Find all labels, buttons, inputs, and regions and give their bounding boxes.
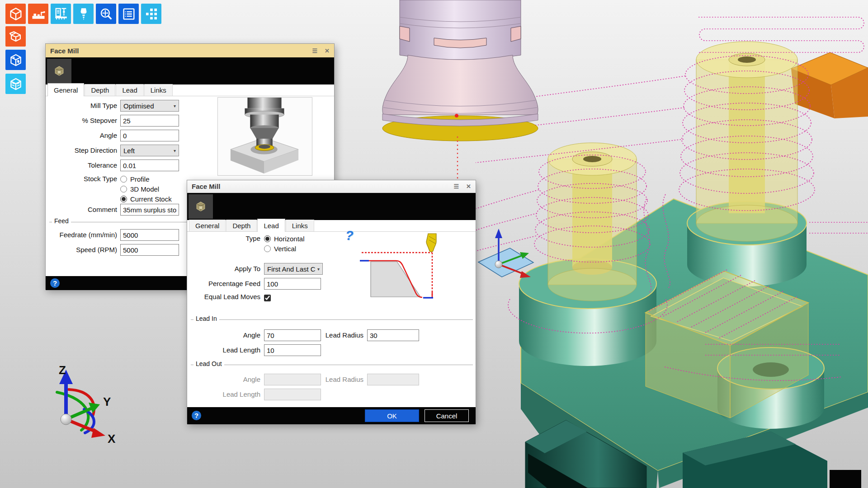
application-window: Z Y X bbox=[0, 0, 868, 488]
dialog-title: Face Mill bbox=[50, 47, 79, 55]
ok-button[interactable]: OK bbox=[365, 409, 419, 422]
stepover-label: % Stepover bbox=[49, 115, 117, 127]
speed-input[interactable] bbox=[120, 244, 179, 256]
tab-divider bbox=[46, 96, 334, 96]
tab-links[interactable]: Links bbox=[144, 84, 173, 96]
step-direction-dropdown[interactable]: Left ▾ bbox=[120, 145, 179, 156]
tool-reference-dot bbox=[455, 114, 458, 117]
tab-lead[interactable]: Lead bbox=[257, 219, 285, 232]
angle-input[interactable] bbox=[120, 130, 179, 141]
stock-3dmodel-radio[interactable]: 3D Model bbox=[120, 184, 159, 193]
stock-profile-radio[interactable]: Profile bbox=[120, 174, 150, 183]
lead-out-radius-label: Lead Radius bbox=[318, 374, 363, 385]
rollup-pin-icon[interactable]: ☰ bbox=[453, 183, 459, 189]
dialog-tab-bar: General Depth Lead Links bbox=[47, 84, 173, 96]
stepover-input[interactable] bbox=[120, 115, 179, 127]
tool-holder-icon[interactable] bbox=[73, 4, 94, 24]
comment-label: Comment bbox=[49, 204, 117, 216]
lead-in-angle-input[interactable] bbox=[264, 329, 321, 341]
dialog-toolstrip bbox=[187, 193, 476, 220]
mill-type-label: Mill Type bbox=[49, 100, 117, 112]
dialog-title: Face Mill bbox=[192, 183, 220, 190]
tolerance-label: Tolerance bbox=[49, 160, 117, 171]
mill-type-dropdown[interactable]: Optimised ▾ bbox=[120, 100, 179, 112]
face-mill-dialog-lead[interactable]: Face Mill ☰ ✕ General Depth Lead Links T… bbox=[187, 180, 476, 424]
stock-box-icon[interactable] bbox=[5, 26, 26, 47]
lead-in-angle-label: Angle bbox=[191, 329, 260, 341]
dialog-toolstrip bbox=[46, 57, 334, 84]
tab-depth[interactable]: Depth bbox=[226, 220, 257, 232]
type-horizontal-radio[interactable]: Horizontal bbox=[264, 234, 305, 243]
lead-out-groupbox: Lead Out bbox=[191, 365, 473, 365]
equal-lead-moves-checkbox[interactable] bbox=[264, 293, 271, 302]
close-icon[interactable]: ✕ bbox=[325, 48, 330, 54]
speed-label: Speed (RPM) bbox=[46, 244, 117, 256]
zoom-pan-icon[interactable] bbox=[96, 4, 116, 24]
help-icon[interactable]: ? bbox=[192, 411, 201, 420]
percentage-feed-label: Percentage Feed bbox=[191, 278, 260, 290]
axis-label-x: X bbox=[108, 432, 116, 446]
percentage-feed-input[interactable] bbox=[264, 278, 321, 290]
simulate-cube-icon[interactable] bbox=[5, 74, 26, 94]
equal-lead-moves-label: Equal Lead Moves bbox=[191, 291, 260, 303]
tab-general[interactable]: General bbox=[47, 83, 84, 96]
lead-in-radius-input[interactable] bbox=[367, 329, 419, 341]
tolerance-input[interactable] bbox=[120, 160, 179, 171]
lead-in-radius-label: Lead Radius bbox=[318, 329, 363, 341]
comment-input[interactable] bbox=[120, 204, 179, 216]
lead-type-label: Type bbox=[191, 233, 260, 244]
lead-in-groupbox: Lead In bbox=[191, 319, 473, 320]
lead-out-length-label: Lead Length bbox=[191, 389, 260, 400]
cnc-machine-icon[interactable] bbox=[51, 4, 71, 24]
lead-in-length-input[interactable] bbox=[264, 344, 321, 356]
tool-thumbnail[interactable] bbox=[189, 194, 213, 219]
close-icon[interactable]: ✕ bbox=[466, 183, 471, 189]
help-question-icon[interactable]: ? bbox=[345, 228, 354, 243]
feedrate-label: Feedrate (mm/min) bbox=[46, 229, 117, 241]
help-icon[interactable]: ? bbox=[50, 278, 60, 288]
lead-out-angle-label: Angle bbox=[191, 374, 260, 385]
stock-type-label: Stock Type bbox=[49, 173, 117, 185]
chevron-down-icon: ▾ bbox=[172, 148, 176, 153]
operations-list-icon[interactable] bbox=[118, 4, 139, 24]
type-vertical-radio[interactable]: Vertical bbox=[264, 244, 296, 253]
end-mill-icon bbox=[426, 234, 436, 252]
rollup-pin-icon[interactable]: ☰ bbox=[312, 48, 317, 54]
tab-lead[interactable]: Lead bbox=[116, 84, 143, 96]
nesting-icon[interactable] bbox=[141, 4, 161, 24]
machining-setup-icon[interactable] bbox=[28, 4, 48, 24]
dialog-tab-bar: General Depth Lead Links bbox=[189, 220, 315, 232]
apply-to-dropdown[interactable]: First And Last C ▾ bbox=[264, 263, 323, 275]
lead-move-diagram bbox=[357, 229, 450, 306]
lead-out-length-input bbox=[264, 389, 321, 400]
axis-label-y: Y bbox=[103, 395, 111, 408]
tool-thumbnail[interactable] bbox=[47, 59, 71, 83]
cad-model-icon[interactable] bbox=[5, 4, 26, 24]
tab-general[interactable]: General bbox=[189, 220, 226, 232]
stock-current-radio[interactable]: Current Stock bbox=[120, 194, 172, 203]
chevron-down-icon: ▾ bbox=[172, 103, 176, 108]
lead-in-length-label: Lead Length bbox=[191, 344, 260, 356]
cancel-button[interactable]: Cancel bbox=[425, 409, 469, 422]
tab-links[interactable]: Links bbox=[286, 220, 314, 232]
dialog-titlebar[interactable]: Face Mill ☰ ✕ bbox=[46, 44, 334, 57]
feedrate-input[interactable] bbox=[120, 229, 179, 241]
dialog-titlebar[interactable]: Face Mill ☰ ✕ bbox=[187, 180, 476, 193]
tool-preview-image bbox=[217, 97, 312, 176]
lead-out-radius-input bbox=[367, 374, 419, 385]
lead-out-angle-input bbox=[264, 374, 321, 385]
axis-label-z: Z bbox=[59, 363, 66, 377]
tab-depth[interactable]: Depth bbox=[85, 84, 115, 96]
step-direction-label: Step Direction bbox=[49, 145, 117, 156]
solid-cube-icon[interactable] bbox=[5, 50, 26, 70]
apply-to-label: Apply To bbox=[191, 263, 260, 275]
angle-label: Angle bbox=[49, 130, 117, 141]
chevron-down-icon: ▾ bbox=[316, 267, 320, 272]
